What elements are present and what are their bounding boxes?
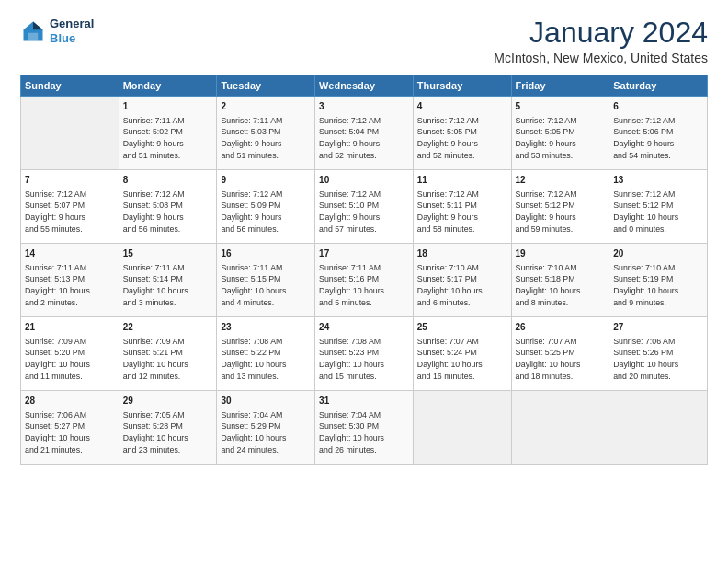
day-info: Sunrise: 7:12 AM Sunset: 5:12 PM Dayligh… xyxy=(613,189,703,236)
calendar-cell: 12Sunrise: 7:12 AM Sunset: 5:12 PM Dayli… xyxy=(511,170,609,244)
day-number: 20 xyxy=(613,247,703,261)
day-info: Sunrise: 7:12 AM Sunset: 5:09 PM Dayligh… xyxy=(221,189,311,236)
calendar-cell: 29Sunrise: 7:05 AM Sunset: 5:28 PM Dayli… xyxy=(119,391,217,465)
logo-line1: General xyxy=(50,17,94,31)
logo-line2: Blue xyxy=(50,31,94,46)
calendar-cell xyxy=(413,391,511,465)
day-number: 23 xyxy=(221,321,311,335)
calendar-cell: 17Sunrise: 7:11 AM Sunset: 5:16 PM Dayli… xyxy=(315,244,414,317)
calendar-cell: 23Sunrise: 7:08 AM Sunset: 5:22 PM Dayli… xyxy=(217,317,315,391)
day-info: Sunrise: 7:05 AM Sunset: 5:28 PM Dayligh… xyxy=(123,409,213,456)
calendar-cell: 22Sunrise: 7:09 AM Sunset: 5:21 PM Dayli… xyxy=(119,317,217,391)
day-info: Sunrise: 7:09 AM Sunset: 5:20 PM Dayligh… xyxy=(25,336,115,383)
calendar-cell: 20Sunrise: 7:10 AM Sunset: 5:19 PM Dayli… xyxy=(609,244,708,317)
calendar-header-tuesday: Tuesday xyxy=(217,75,315,97)
day-info: Sunrise: 7:12 AM Sunset: 5:12 PM Dayligh… xyxy=(516,189,606,236)
calendar-cell: 9Sunrise: 7:12 AM Sunset: 5:09 PM Daylig… xyxy=(217,170,315,244)
calendar-header-monday: Monday xyxy=(119,75,217,97)
calendar-cell xyxy=(21,97,119,170)
day-number: 28 xyxy=(25,395,115,408)
day-number: 10 xyxy=(319,174,409,188)
day-number: 30 xyxy=(221,395,311,408)
day-number: 6 xyxy=(613,100,703,114)
calendar-header-row: SundayMondayTuesdayWednesdayThursdayFrid… xyxy=(21,75,708,97)
calendar-cell: 7Sunrise: 7:12 AM Sunset: 5:07 PM Daylig… xyxy=(21,170,119,244)
day-info: Sunrise: 7:11 AM Sunset: 5:14 PM Dayligh… xyxy=(123,262,213,309)
calendar-cell: 14Sunrise: 7:11 AM Sunset: 5:13 PM Dayli… xyxy=(21,244,119,317)
day-number: 26 xyxy=(516,321,606,335)
day-info: Sunrise: 7:10 AM Sunset: 5:19 PM Dayligh… xyxy=(613,262,703,309)
calendar-cell: 11Sunrise: 7:12 AM Sunset: 5:11 PM Dayli… xyxy=(413,170,511,244)
day-number: 14 xyxy=(25,247,115,261)
calendar-cell: 19Sunrise: 7:10 AM Sunset: 5:18 PM Dayli… xyxy=(511,244,609,317)
calendar-cell: 13Sunrise: 7:12 AM Sunset: 5:12 PM Dayli… xyxy=(609,170,708,244)
day-number: 19 xyxy=(516,247,606,261)
calendar-cell: 1Sunrise: 7:11 AM Sunset: 5:02 PM Daylig… xyxy=(119,97,217,170)
calendar-cell: 24Sunrise: 7:08 AM Sunset: 5:23 PM Dayli… xyxy=(315,317,414,391)
day-number: 4 xyxy=(417,100,507,114)
calendar-week-2: 7Sunrise: 7:12 AM Sunset: 5:07 PM Daylig… xyxy=(21,170,708,244)
calendar-cell: 16Sunrise: 7:11 AM Sunset: 5:15 PM Dayli… xyxy=(217,244,315,317)
calendar-cell: 21Sunrise: 7:09 AM Sunset: 5:20 PM Dayli… xyxy=(21,317,119,391)
day-number: 17 xyxy=(319,247,409,261)
calendar-week-1: 1Sunrise: 7:11 AM Sunset: 5:02 PM Daylig… xyxy=(21,97,708,170)
calendar-cell: 25Sunrise: 7:07 AM Sunset: 5:24 PM Dayli… xyxy=(413,317,511,391)
day-number: 2 xyxy=(221,100,311,114)
day-info: Sunrise: 7:10 AM Sunset: 5:17 PM Dayligh… xyxy=(417,262,507,309)
day-number: 1 xyxy=(123,100,213,114)
day-info: Sunrise: 7:12 AM Sunset: 5:04 PM Dayligh… xyxy=(319,115,409,162)
calendar-cell: 15Sunrise: 7:11 AM Sunset: 5:14 PM Dayli… xyxy=(119,244,217,317)
day-info: Sunrise: 7:04 AM Sunset: 5:29 PM Dayligh… xyxy=(221,409,311,456)
day-info: Sunrise: 7:12 AM Sunset: 5:10 PM Dayligh… xyxy=(319,189,409,236)
calendar-cell: 26Sunrise: 7:07 AM Sunset: 5:25 PM Dayli… xyxy=(511,317,609,391)
logo-text: General Blue xyxy=(50,17,94,45)
calendar-cell: 10Sunrise: 7:12 AM Sunset: 5:10 PM Dayli… xyxy=(315,170,414,244)
calendar-cell xyxy=(511,391,609,465)
calendar-header-wednesday: Wednesday xyxy=(315,75,414,97)
day-info: Sunrise: 7:11 AM Sunset: 5:03 PM Dayligh… xyxy=(221,115,311,162)
day-info: Sunrise: 7:12 AM Sunset: 5:07 PM Dayligh… xyxy=(25,189,115,236)
day-number: 3 xyxy=(319,100,409,114)
calendar-header-saturday: Saturday xyxy=(609,75,708,97)
subtitle: McIntosh, New Mexico, United States xyxy=(494,51,708,65)
logo-icon xyxy=(20,18,46,44)
svg-marker-1 xyxy=(33,21,43,29)
calendar-cell: 3Sunrise: 7:12 AM Sunset: 5:04 PM Daylig… xyxy=(315,97,414,170)
calendar-cell: 30Sunrise: 7:04 AM Sunset: 5:29 PM Dayli… xyxy=(217,391,315,465)
day-number: 9 xyxy=(221,174,311,188)
day-info: Sunrise: 7:11 AM Sunset: 5:15 PM Dayligh… xyxy=(221,262,311,309)
day-info: Sunrise: 7:12 AM Sunset: 5:05 PM Dayligh… xyxy=(417,115,507,162)
day-info: Sunrise: 7:08 AM Sunset: 5:22 PM Dayligh… xyxy=(221,336,311,383)
calendar-table: SundayMondayTuesdayWednesdayThursdayFrid… xyxy=(20,75,708,465)
day-info: Sunrise: 7:11 AM Sunset: 5:16 PM Dayligh… xyxy=(319,262,409,309)
logo: General Blue xyxy=(20,17,94,45)
day-number: 24 xyxy=(319,321,409,335)
calendar-cell xyxy=(609,391,708,465)
day-info: Sunrise: 7:06 AM Sunset: 5:26 PM Dayligh… xyxy=(613,336,703,383)
day-info: Sunrise: 7:10 AM Sunset: 5:18 PM Dayligh… xyxy=(516,262,606,309)
day-info: Sunrise: 7:11 AM Sunset: 5:02 PM Dayligh… xyxy=(123,115,213,162)
calendar-cell: 8Sunrise: 7:12 AM Sunset: 5:08 PM Daylig… xyxy=(119,170,217,244)
calendar-cell: 31Sunrise: 7:04 AM Sunset: 5:30 PM Dayli… xyxy=(315,391,414,465)
day-number: 21 xyxy=(25,321,115,335)
calendar-header-sunday: Sunday xyxy=(21,75,119,97)
day-number: 15 xyxy=(123,247,213,261)
day-number: 31 xyxy=(319,395,409,408)
page: General Blue January 2024 McIntosh, New … xyxy=(0,0,728,563)
calendar-header-thursday: Thursday xyxy=(413,75,511,97)
day-number: 29 xyxy=(123,395,213,408)
day-number: 5 xyxy=(516,100,606,114)
day-number: 12 xyxy=(516,174,606,188)
main-title: January 2024 xyxy=(494,17,708,49)
day-info: Sunrise: 7:07 AM Sunset: 5:25 PM Dayligh… xyxy=(516,336,606,383)
day-info: Sunrise: 7:08 AM Sunset: 5:23 PM Dayligh… xyxy=(319,336,409,383)
day-info: Sunrise: 7:12 AM Sunset: 5:05 PM Dayligh… xyxy=(516,115,606,162)
svg-rect-2 xyxy=(28,32,39,40)
day-number: 13 xyxy=(613,174,703,188)
calendar-cell: 27Sunrise: 7:06 AM Sunset: 5:26 PM Dayli… xyxy=(609,317,708,391)
day-number: 7 xyxy=(25,174,115,188)
calendar-cell: 6Sunrise: 7:12 AM Sunset: 5:06 PM Daylig… xyxy=(609,97,708,170)
day-info: Sunrise: 7:07 AM Sunset: 5:24 PM Dayligh… xyxy=(417,336,507,383)
day-number: 22 xyxy=(123,321,213,335)
day-info: Sunrise: 7:12 AM Sunset: 5:06 PM Dayligh… xyxy=(613,115,703,162)
